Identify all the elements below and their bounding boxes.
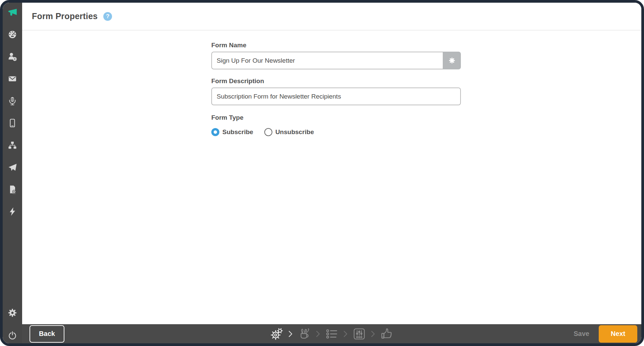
form-type-group: Form Type Subscribe Unsubscribe: [211, 114, 641, 136]
step-fields-list-icon[interactable]: [325, 328, 338, 340]
radio-subscribe[interactable]: [211, 128, 219, 136]
microphone-icon: [8, 96, 17, 106]
power-icon: [8, 331, 17, 340]
page-title: Form Properties: [32, 11, 98, 21]
radio-unsubscribe[interactable]: [264, 128, 272, 136]
radio-unsubscribe-label[interactable]: Unsubscribe: [275, 128, 314, 136]
document-badge-icon: [8, 185, 17, 194]
sidebar-item-campaigns[interactable]: [3, 161, 22, 174]
lightning-bolt-icon: [8, 207, 17, 216]
help-icon[interactable]: ?: [103, 12, 112, 21]
back-button[interactable]: Back: [30, 325, 64, 343]
radio-subscribe-label[interactable]: Subscribe: [222, 128, 253, 136]
step-confirm-thumbs-up-icon[interactable]: [380, 328, 393, 340]
sidebar-item-settings[interactable]: [3, 306, 22, 319]
form-description-group: Form Description: [211, 77, 641, 105]
envelope-icon: [8, 74, 17, 83]
mobile-phone-icon: [8, 118, 17, 128]
form-type-label: Form Type: [211, 114, 641, 121]
wizard-footer-bar: Back: [22, 324, 641, 343]
paper-plane-icon: [8, 163, 17, 172]
save-button[interactable]: Save: [574, 330, 589, 338]
form-name-input[interactable]: [211, 52, 443, 69]
step-setup-gears-icon[interactable]: [270, 328, 283, 340]
step-options-sliders-icon[interactable]: [353, 328, 366, 340]
chevron-right-icon: [316, 330, 320, 338]
page-header: Form Properties ?: [22, 3, 641, 31]
sidebar: [3, 3, 22, 343]
form-description-input[interactable]: [211, 88, 461, 105]
sidebar-item-reports[interactable]: [3, 183, 22, 196]
asterisk-icon: [449, 57, 455, 64]
wizard-stepper: [270, 328, 393, 340]
main-panel: Form Properties ? Form Name: [22, 3, 641, 324]
sidebar-item-voice[interactable]: [3, 95, 22, 107]
form-properties-content: Form Name: [22, 31, 641, 136]
sidebar-item-automation[interactable]: [3, 139, 22, 152]
chevron-right-icon: [343, 330, 348, 338]
dashboard-gauge-icon: [8, 30, 17, 39]
person-gear-icon: [8, 52, 17, 61]
chevron-right-icon: [288, 330, 293, 338]
form-name-group: Form Name: [211, 42, 641, 69]
form-description-label: Form Description: [211, 77, 641, 85]
megaphone-logo-icon[interactable]: [3, 5, 22, 20]
step-design-tools-mug-icon[interactable]: [298, 328, 311, 340]
sidebar-item-logout[interactable]: [3, 329, 22, 342]
chevron-right-icon: [371, 330, 375, 338]
footer-actions: Save Next: [574, 325, 637, 343]
app-frame: Form Properties ? Form Name: [0, 0, 644, 346]
form-name-label: Form Name: [211, 42, 641, 49]
sidebar-item-dashboard[interactable]: [3, 28, 22, 41]
sidebar-item-mobile[interactable]: [3, 117, 22, 129]
next-button[interactable]: Next: [599, 325, 637, 343]
sidebar-item-email[interactable]: [3, 72, 22, 85]
sitemap-icon: [8, 140, 17, 150]
merge-field-asterisk-button[interactable]: [443, 52, 461, 69]
settings-gear-icon: [7, 308, 17, 318]
sidebar-item-integrations[interactable]: [3, 205, 22, 218]
sidebar-item-contacts[interactable]: [3, 50, 22, 63]
